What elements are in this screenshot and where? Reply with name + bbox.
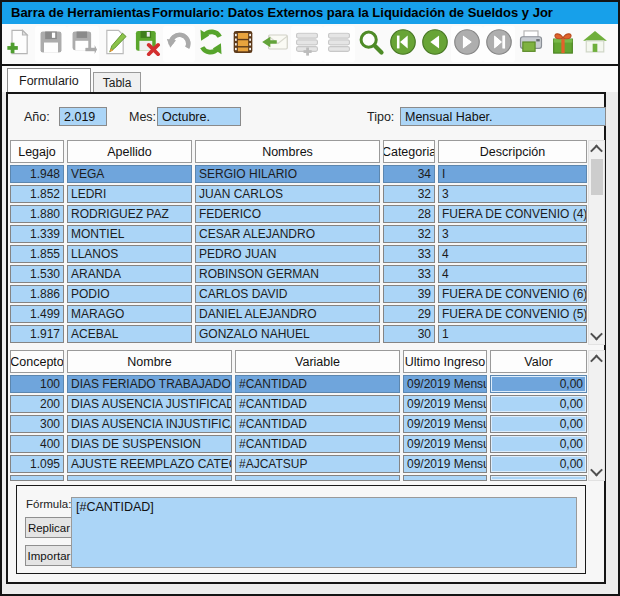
importar-button[interactable]: Importar bbox=[25, 545, 73, 566]
title-bar: Barra de Herramientas Formulario: Datos … bbox=[2, 2, 618, 24]
column-header[interactable]: Categoria bbox=[383, 140, 435, 163]
cell: AJUSTE REEMPLAZO CATEG. SUPER. bbox=[67, 455, 232, 473]
cell: 1.880 bbox=[10, 205, 64, 223]
cell: #CANTIDAD bbox=[235, 395, 400, 413]
table-row[interactable]: 1.095AJUSTE REEMPLAZO CATEG. SUPER.#AJCA… bbox=[10, 455, 588, 473]
tab-formulario[interactable]: Formulario bbox=[7, 68, 91, 92]
column-header[interactable]: Concepto bbox=[10, 350, 64, 373]
search-button[interactable] bbox=[355, 26, 387, 62]
circle-first-icon bbox=[389, 28, 417, 60]
column-header[interactable]: Ultimo Ingreso bbox=[403, 350, 487, 373]
toolbar bbox=[2, 24, 618, 66]
table-row[interactable]: 1.880RODRIGUEZ PAZFEDERICO28FUERA DE CON… bbox=[10, 205, 588, 223]
app-window: Barra de Herramientas Formulario: Datos … bbox=[0, 0, 620, 596]
cell: SERGIO HILARIO bbox=[195, 165, 380, 183]
cell: ACEBAL bbox=[67, 325, 192, 343]
year-label: Año: bbox=[24, 110, 50, 124]
table-row[interactable]: 1.886PODIOCARLOS DAVID39FUERA DE CONVENI… bbox=[10, 285, 588, 303]
gift-button[interactable] bbox=[547, 26, 579, 62]
formula-textarea[interactable]: [#CANTIDAD] bbox=[71, 497, 577, 568]
cell: 4 bbox=[438, 265, 587, 283]
edit-button[interactable] bbox=[99, 26, 131, 62]
employees-scrollbar[interactable] bbox=[588, 140, 605, 345]
cell: 0,00 bbox=[490, 435, 587, 453]
cell: 1.095 bbox=[10, 455, 64, 473]
table-row[interactable]: 400DIAS DE SUSPENSION#CANTIDAD09/2019 Me… bbox=[10, 435, 588, 453]
scrollbar-thumb[interactable] bbox=[591, 159, 603, 195]
cell: 32 bbox=[383, 185, 435, 203]
cell bbox=[403, 475, 487, 481]
refresh-button[interactable] bbox=[195, 26, 227, 62]
print-button[interactable] bbox=[515, 26, 547, 62]
table-row[interactable]: 1.917ACEBALGONZALO NAHUEL301 bbox=[10, 325, 588, 343]
column-header[interactable]: Nombre bbox=[67, 350, 232, 373]
table-row[interactable]: 1.530ARANDAROBINSON GERMAN334 bbox=[10, 265, 588, 283]
floppy-disk-icon bbox=[37, 28, 65, 60]
cell: DIAS FERIADO TRABAJADO bbox=[67, 375, 232, 393]
undo-button bbox=[163, 26, 195, 62]
new-record-button[interactable] bbox=[3, 26, 35, 62]
scroll-up-icon[interactable] bbox=[589, 142, 604, 157]
table-row[interactable]: 1.855LLANOSPEDRO JUAN334 bbox=[10, 245, 588, 263]
magnifier-icon bbox=[357, 28, 385, 60]
cell: #CANTIDAD bbox=[235, 435, 400, 453]
scroll-down-icon[interactable] bbox=[589, 464, 604, 479]
column-header[interactable]: Valor bbox=[490, 350, 587, 373]
first-record-button[interactable] bbox=[387, 26, 419, 62]
refresh-arrows-icon bbox=[197, 28, 225, 60]
month-field[interactable]: Octubre. bbox=[157, 107, 241, 126]
prior-record-button[interactable] bbox=[419, 26, 451, 62]
cell: FUERA DE CONVENIO (4) bbox=[438, 205, 587, 223]
floppy-disk-arrow-icon bbox=[69, 28, 97, 60]
column-header[interactable]: Nombres bbox=[195, 140, 380, 163]
cell bbox=[490, 475, 587, 481]
column-header[interactable]: Legajo bbox=[10, 140, 64, 163]
cell: 0,00 bbox=[490, 375, 587, 393]
cell: 1 bbox=[438, 325, 587, 343]
envelope-arrow-icon bbox=[261, 28, 289, 60]
table-row[interactable]: 300DIAS AUSENCIA INJUSTIFICADA#CANTIDAD0… bbox=[10, 415, 588, 433]
cell: 1.917 bbox=[10, 325, 64, 343]
column-header[interactable]: Variable bbox=[235, 350, 400, 373]
cell: 1.339 bbox=[10, 225, 64, 243]
cell: #CANTIDAD bbox=[235, 375, 400, 393]
tab-tabla[interactable]: Tabla bbox=[93, 72, 142, 92]
table-row[interactable]: 100DIAS FERIADO TRABAJADO#CANTIDAD09/201… bbox=[10, 375, 588, 393]
concepts-scrollbar[interactable] bbox=[588, 350, 605, 481]
circle-next-icon bbox=[453, 28, 481, 60]
cancel-save-button[interactable] bbox=[131, 26, 163, 62]
column-header[interactable]: Apellido bbox=[67, 140, 192, 163]
type-field[interactable]: Mensual Haber. bbox=[400, 107, 606, 126]
pencil-document-icon bbox=[101, 28, 129, 60]
cell: #AJCATSUP bbox=[235, 455, 400, 473]
table-row[interactable]: 1.499MARAGODANIEL ALEJANDRO29FUERA DE CO… bbox=[10, 305, 588, 323]
table-row[interactable]: 200DIAS AUSENCIA JUSTIFICADA#CANTIDAD09/… bbox=[10, 395, 588, 413]
cell: DIAS AUSENCIA INJUSTIFICADA bbox=[67, 415, 232, 433]
form-window-title: Formulario: Datos Externos para la Liqui… bbox=[152, 5, 553, 20]
table-row[interactable]: 1.948VEGASERGIO HILARIO34I bbox=[10, 165, 588, 183]
next-record-button bbox=[451, 26, 483, 62]
column-header[interactable]: Descripción bbox=[438, 140, 587, 163]
scroll-up-icon[interactable] bbox=[589, 352, 604, 367]
replicar-button[interactable]: Replicar bbox=[25, 517, 73, 538]
send-back-button[interactable] bbox=[259, 26, 291, 62]
year-field[interactable]: 2.019 bbox=[59, 107, 107, 126]
toolbar-window-title: Barra de Herramientas bbox=[11, 5, 150, 20]
cell: CARLOS DAVID bbox=[195, 285, 380, 303]
cell: 3 bbox=[438, 225, 587, 243]
cell bbox=[10, 475, 64, 481]
table-row[interactable]: 1.339MONTIELCESAR ALEJANDRO323 bbox=[10, 225, 588, 243]
cell: 0,00 bbox=[490, 415, 587, 433]
cell: FUERA DE CONVENIO (5) bbox=[438, 305, 587, 323]
scroll-down-icon[interactable] bbox=[589, 328, 604, 343]
cell: 32 bbox=[383, 225, 435, 243]
cell: 09/2019 Mensu bbox=[403, 395, 487, 413]
cell: 30 bbox=[383, 325, 435, 343]
cell: 1.855 bbox=[10, 245, 64, 263]
cell: MARAGO bbox=[67, 305, 192, 323]
table-row[interactable]: 1.852LEDRIJUAN CARLOS323 bbox=[10, 185, 588, 203]
media-button[interactable] bbox=[227, 26, 259, 62]
home-button[interactable] bbox=[579, 26, 611, 62]
cell: PEDRO JUAN bbox=[195, 245, 380, 263]
cell: DIAS DE SUSPENSION bbox=[67, 435, 232, 453]
